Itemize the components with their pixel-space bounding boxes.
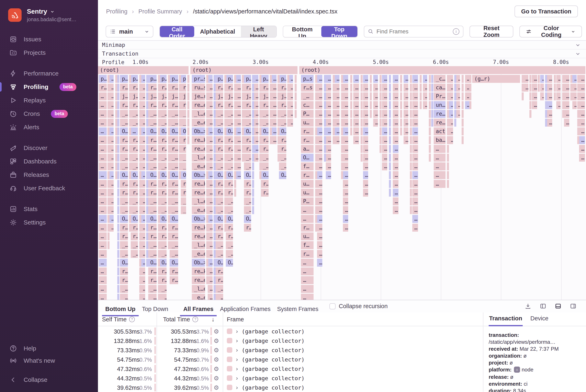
- flame-frame-cell[interactable]: [324, 101, 326, 109]
- flame-frame-cell[interactable]: …: [141, 145, 145, 153]
- flame-frame-cell[interactable]: r…e: [148, 232, 157, 240]
- flame-frame-cell[interactable]: [341, 84, 343, 92]
- flame-frame-cell[interactable]: [400, 92, 402, 100]
- flame-frame-cell[interactable]: [259, 128, 261, 135]
- flame-frame-cell[interactable]: [410, 198, 412, 205]
- flame-frame-cell[interactable]: …: [141, 84, 145, 92]
- flame-frame-cell[interactable]: u…: [301, 232, 314, 240]
- flame-frame-cell[interactable]: O…: [226, 259, 233, 267]
- flame-frame-cell[interactable]: …: [579, 84, 585, 92]
- flame-frame-cell[interactable]: …: [579, 154, 585, 162]
- flame-frame-cell[interactable]: p…: [244, 75, 251, 83]
- flame-frame-cell[interactable]: [522, 84, 524, 92]
- flame-frame-cell[interactable]: …: [343, 136, 348, 144]
- flame-frame-cell[interactable]: _…: [131, 119, 138, 126]
- flame-frame-cell[interactable]: _…: [131, 162, 138, 170]
- flame-frame-cell[interactable]: _…: [159, 206, 167, 214]
- flame-frame-cell[interactable]: [333, 84, 335, 92]
- flame-frame-cell[interactable]: _…e: [148, 162, 157, 170]
- flame-frame-cell[interactable]: …: [423, 101, 427, 109]
- flame-frame-cell[interactable]: O…: [216, 171, 223, 179]
- flame-frame-cell[interactable]: …: [236, 119, 241, 126]
- flame-frame-cell[interactable]: …: [564, 92, 569, 100]
- flame-frame-cell[interactable]: …: [208, 128, 212, 135]
- flame-frame-cell[interactable]: …: [254, 136, 258, 144]
- flame-frame-cell[interactable]: [168, 162, 170, 170]
- flame-frame-cell[interactable]: [206, 101, 208, 109]
- flame-frame-cell[interactable]: r…: [120, 180, 128, 188]
- flame-frame-cell[interactable]: …: [326, 171, 331, 179]
- flame-frame-cell[interactable]: …: [434, 180, 445, 188]
- flame-frame-cell[interactable]: …: [271, 84, 277, 92]
- flame-frame-cell[interactable]: …: [382, 110, 387, 118]
- flame-frame-cell[interactable]: …: [109, 215, 114, 223]
- flame-frame-cell[interactable]: p…s: [148, 75, 157, 83]
- flame-frame-cell[interactable]: [129, 198, 131, 205]
- flame-frame-cell[interactable]: [234, 101, 236, 109]
- flame-frame-cell[interactable]: …: [404, 101, 408, 109]
- flame-frame-cell[interactable]: …: [317, 250, 322, 258]
- flame-frame-cell[interactable]: …: [326, 162, 331, 170]
- flame-frame-cell[interactable]: …: [208, 224, 212, 232]
- flame-frame-cell[interactable]: r…: [181, 180, 186, 188]
- flame-frame-cell[interactable]: [324, 84, 326, 92]
- flame-frame-cell[interactable]: …: [109, 189, 114, 196]
- flame-frame-cell[interactable]: [429, 110, 431, 118]
- flame-frame-cell[interactable]: …: [289, 110, 293, 118]
- flame-frame-cell[interactable]: …: [289, 101, 293, 109]
- flame-frame-cell[interactable]: [187, 110, 189, 118]
- flame-frame-cell[interactable]: r…k: [148, 224, 157, 232]
- flame-frame-cell[interactable]: …: [363, 75, 368, 83]
- frame-header[interactable]: Frame: [227, 312, 244, 326]
- flame-frame-cell[interactable]: [129, 224, 131, 232]
- sidebar-item-releases[interactable]: Releases: [0, 168, 98, 182]
- flame-frame-cell[interactable]: …: [343, 84, 348, 92]
- flame-frame-cell[interactable]: [158, 75, 160, 83]
- flame-frame-cell[interactable]: [315, 136, 317, 144]
- flame-frame-cell[interactable]: [410, 84, 412, 92]
- flame-frame-cell[interactable]: [379, 136, 382, 144]
- flame-frame-cell[interactable]: [108, 154, 110, 162]
- flame-frame-cell[interactable]: [410, 75, 412, 83]
- flame-frame-cell[interactable]: [278, 145, 280, 153]
- flame-frame-cell[interactable]: [158, 232, 160, 240]
- flame-frame-cell[interactable]: [117, 92, 119, 100]
- flame-frame-cell[interactable]: …: [532, 75, 537, 83]
- flame-frame-cell[interactable]: …: [393, 110, 398, 118]
- flame-frame-cell[interactable]: [252, 189, 254, 196]
- flame-frame-cell[interactable]: [431, 84, 433, 92]
- flame-frame-cell[interactable]: [295, 101, 297, 109]
- flame-frame-cell[interactable]: [115, 92, 117, 100]
- flame-frame-cell[interactable]: …: [456, 84, 460, 92]
- flame-frame-cell[interactable]: [333, 92, 335, 100]
- flame-frame-cell[interactable]: O…: [261, 171, 269, 179]
- flame-frame-cell[interactable]: [224, 198, 226, 205]
- flame-frame-cell[interactable]: [562, 101, 564, 109]
- flame-frame-cell[interactable]: …: [335, 119, 339, 126]
- flame-frame-cell[interactable]: …: [373, 84, 378, 92]
- flame-frame-cell[interactable]: _…: [216, 285, 223, 293]
- flame-frame-cell[interactable]: [234, 154, 236, 162]
- flame-frame-cell[interactable]: [447, 145, 449, 153]
- flame-frame-cell[interactable]: [529, 92, 531, 100]
- flame-frame-cell[interactable]: …: [236, 145, 241, 153]
- flame-frame-cell[interactable]: r…: [301, 128, 314, 135]
- flame-frame-cell[interactable]: r…: [244, 84, 251, 92]
- flame-frame-cell[interactable]: [129, 189, 131, 196]
- flame-frame-cell[interactable]: r…e: [170, 232, 178, 240]
- flame-frame-cell[interactable]: [179, 84, 181, 92]
- flame-frame-cell[interactable]: …: [236, 92, 241, 100]
- flame-frame-cell[interactable]: [139, 92, 141, 100]
- flame-frame-cell[interactable]: [361, 136, 363, 144]
- flame-frame-cell[interactable]: [214, 75, 216, 83]
- flame-frame-cell[interactable]: r…: [131, 136, 138, 144]
- flame-frame-cell[interactable]: …: [317, 84, 322, 92]
- flame-frame-cell[interactable]: …: [382, 92, 387, 100]
- flame-frame-cell[interactable]: [117, 128, 119, 135]
- flame-frame-cell[interactable]: [315, 198, 317, 205]
- flame-frame-cell[interactable]: _…: [181, 162, 186, 170]
- flame-frame-cell[interactable]: …: [99, 154, 107, 162]
- flame-frame-cell[interactable]: _…: [279, 119, 286, 126]
- sort-desc-icon[interactable]: ↓: [212, 312, 215, 326]
- flame-frame-cell[interactable]: [117, 268, 119, 276]
